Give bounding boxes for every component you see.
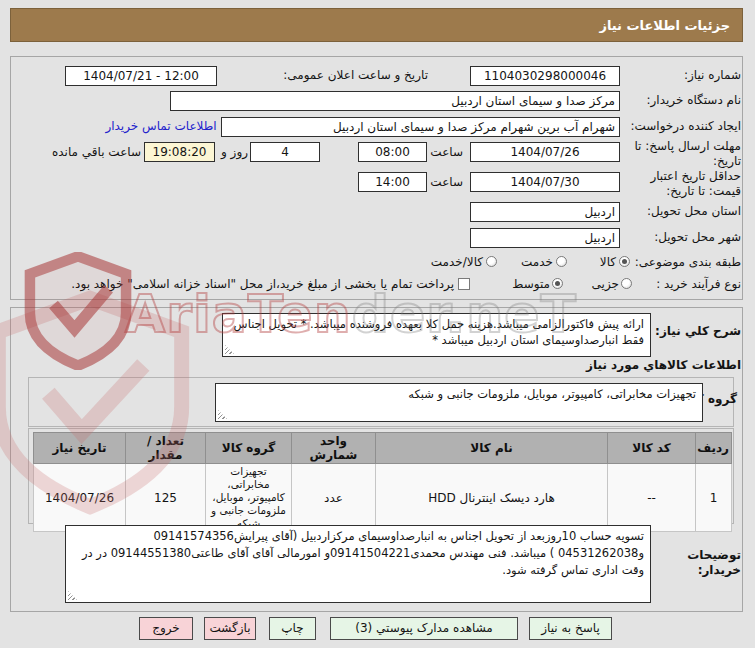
col-goods-name: نام کالا	[376, 433, 608, 464]
announce-datetime-label: تاریخ و ساعت اعلان عمومی:	[283, 68, 428, 83]
radio-minor-label: جزیی	[594, 277, 619, 292]
col-quantity: تعداد / مقدار	[126, 433, 206, 464]
need-number-field[interactable]: 1104030298000046	[470, 66, 620, 86]
resize-grip-icon[interactable]	[225, 345, 234, 354]
buyer-contact-link[interactable]: اطلاعات تماس خریدار	[103, 119, 219, 133]
delivery-city-field[interactable]: اردبیل	[470, 228, 620, 248]
back-button[interactable]: بازگشت	[204, 617, 256, 640]
delivery-province-label: استان محل تحویل:	[647, 204, 741, 219]
days-left-field[interactable]: 4	[250, 142, 320, 162]
announce-datetime-field[interactable]: 1404/07/21 - 12:00	[65, 66, 217, 86]
goods-section-title: اطلاعات کالاهاي مورد نیاز	[586, 358, 741, 373]
exit-button[interactable]: خروج	[139, 617, 193, 640]
price-validity-date-field[interactable]: 1404/07/30	[470, 172, 620, 192]
goods-table-header-row: ردیف کد کالا نام کالا واحد شمارش گروه کا…	[34, 433, 732, 464]
delivery-city-label: شهر محل تحویل:	[654, 230, 741, 245]
need-description-text: ارائه پیش فاکتورالزامی میباشد.هزینه حمل …	[234, 317, 644, 347]
buyer-org-label: نام دستگاه خریدار:	[647, 93, 742, 108]
cell-row-no: 1	[696, 464, 732, 532]
deadline-hour-label: ساعت	[431, 145, 463, 160]
need-details-page: جزئیات اطلاعات نیاز شماره نیاز: 11040302…	[0, 0, 755, 648]
treasury-checkbox[interactable]	[458, 278, 470, 290]
cell-goods-name: هارد دیسک اینترنال HDD	[376, 464, 608, 532]
need-number-label: شماره نیاز:	[684, 68, 741, 83]
radio-goods[interactable]	[619, 256, 630, 267]
radio-medium[interactable]	[552, 278, 563, 289]
radio-goods-label: کالا	[588, 255, 616, 270]
need-description-textarea[interactable]: ارائه پیش فاکتورالزامی میباشد.هزینه حمل …	[222, 313, 651, 357]
goods-table: ردیف کد کالا نام کالا واحد شمارش گروه کا…	[33, 432, 732, 532]
cell-unit: عدد	[292, 464, 376, 532]
col-unit: واحد شمارش	[292, 433, 376, 464]
radio-service[interactable]	[556, 256, 567, 267]
countdown-timer: 19:08:20	[144, 142, 215, 162]
price-validity-time-field[interactable]: 14:00	[358, 172, 427, 192]
validity-hour-label: ساعت	[431, 175, 463, 190]
request-creator-label: ایجاد کننده درخواست:	[630, 119, 741, 134]
buyer-notes-text: تسویه حساب 10روزبعد از تحویل اجناس به ان…	[82, 529, 644, 577]
buyer-org-field[interactable]: مرکز صدا و سیمای استان اردبیل	[170, 91, 620, 111]
cell-need-date: 1404/07/26	[34, 464, 126, 532]
reply-to-need-button[interactable]: پاسخ به نیاز	[529, 617, 612, 640]
buyer-notes-label: توضیحات خریدار:	[669, 548, 741, 578]
print-button[interactable]: چاپ	[269, 617, 316, 640]
col-goods-code: کد کالا	[608, 433, 696, 464]
countdown-label: ساعت باقي مانده	[38, 145, 141, 160]
resize-grip-icon[interactable]	[68, 591, 77, 600]
subject-class-label: طبقه بندی موضوعی:	[635, 255, 741, 270]
radio-goods-service-label: کالا/خدمت	[420, 255, 483, 270]
col-goods-group: گروه کالا	[206, 433, 292, 464]
treasury-checkbox-label: پرداخت تمام یا بخشی از مبلغ خرید،از محل …	[60, 277, 454, 292]
page-title: جزئیات اطلاعات نیاز	[10, 8, 743, 42]
cell-goods-group: تجهیزات مخابراتی، کامپیوتر، موبایل، ملزو…	[206, 464, 292, 532]
delivery-province-field[interactable]: اردبیل	[470, 202, 620, 222]
need-description-label: شرح کلي نیاز:	[655, 324, 741, 339]
radio-goods-service[interactable]	[486, 256, 497, 267]
col-need-date: تاریخ نیاز	[34, 433, 126, 464]
goods-table-row: 1 -- هارد دیسک اینترنال HDD عدد تجهیزات …	[34, 464, 732, 532]
resize-grip-icon[interactable]	[218, 410, 227, 419]
radio-minor[interactable]	[621, 278, 632, 289]
buyer-notes-textarea[interactable]: تسویه حساب 10روزبعد از تحویل اجناس به ان…	[65, 525, 651, 603]
col-row-no: ردیف	[696, 433, 732, 464]
purchase-process-label: نوع فرآیند خرید :	[656, 277, 741, 292]
goods-group-text: تجهیزات مخابراتی، کامپیوتر، موبایل، ملزو…	[408, 387, 696, 401]
cell-quantity: 125	[126, 464, 206, 532]
view-attachments-button[interactable]: مشاهده مدارک پیوستي (3)	[330, 617, 518, 640]
goods-group-textarea[interactable]: تجهیزات مخابراتی، کامپیوتر، موبایل، ملزو…	[215, 383, 703, 422]
price-validity-label: حداقل تاریخ اعتبار قیمت: تا تاریخ:	[629, 169, 741, 199]
cell-goods-code: --	[608, 464, 696, 532]
reply-deadline-time-field[interactable]: 08:00	[358, 142, 427, 162]
reply-deadline-date-field[interactable]: 1404/07/26	[470, 142, 620, 162]
radio-service-label: خدمت	[518, 255, 553, 270]
request-creator-field[interactable]: شهرام آب برین شهرام مرکز صدا و سیمای است…	[221, 117, 620, 137]
radio-medium-label: متوسط	[508, 277, 550, 292]
reply-deadline-label: مهلت ارسال پاسخ: تا تاریخ:	[629, 139, 741, 169]
days-label: روز و	[212, 145, 248, 160]
